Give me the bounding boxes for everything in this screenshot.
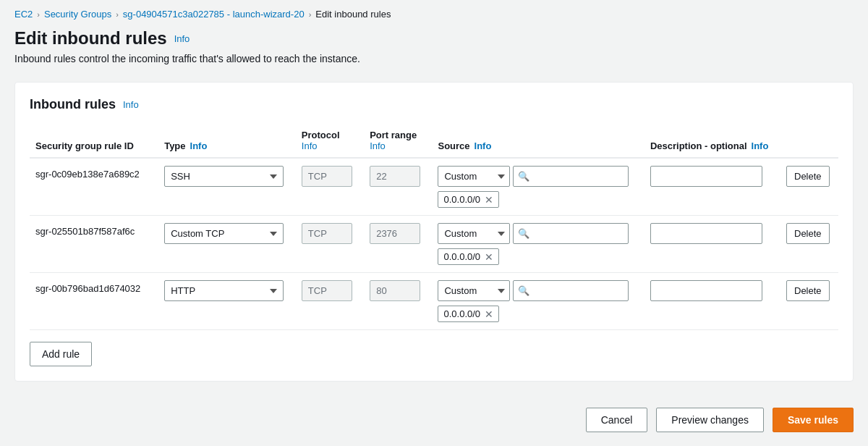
card-info-link[interactable]: Info: [123, 99, 139, 110]
breadcrumb-security-groups[interactable]: Security Groups: [44, 9, 111, 20]
delete-cell: Delete: [780, 273, 838, 330]
page-info-link[interactable]: Info: [174, 33, 190, 44]
type-select-1[interactable]: Custom TCP SSH Custom TCP HTTP HTTPS All…: [164, 223, 284, 244]
source-search-wrap: 🔍: [513, 223, 629, 244]
breadcrumb-sg[interactable]: sg-04904571c3a022785 - launch-wizard-20: [123, 9, 305, 20]
col-header-protocol: Protocol Info: [296, 124, 364, 158]
breadcrumb-sep-1: ›: [37, 10, 40, 19]
footer-actions: Cancel Preview changes Save rules: [0, 396, 868, 444]
cancel-button[interactable]: Cancel: [586, 408, 648, 432]
delete-cell: Delete: [780, 158, 838, 216]
source-info-link[interactable]: Info: [475, 140, 492, 151]
description-cell: [644, 216, 780, 273]
cidr-value-0: 0.0.0.0/0: [443, 194, 480, 205]
cidr-value-2: 0.0.0.0/0: [443, 308, 480, 319]
table-header-row: Security group rule ID Type Info Protoco…: [30, 124, 838, 158]
port-range-cell: [364, 273, 432, 330]
protocol-cell: [296, 273, 364, 330]
protocol-input-2: [302, 280, 352, 301]
source-row: Custom Anywhere-IPv4 Anywhere-IPv6 My IP…: [438, 280, 638, 301]
source-search-input-1[interactable]: [513, 223, 629, 244]
cidr-remove-button-1[interactable]: ✕: [483, 252, 493, 262]
breadcrumb-sep-3: ›: [309, 10, 312, 19]
source-search-wrap: 🔍: [513, 166, 629, 187]
type-select-0[interactable]: SSH SSH Custom TCP HTTP HTTPS All traffi…: [164, 166, 284, 187]
page-title: Edit inbound rules: [14, 28, 167, 49]
breadcrumb-sep-2: ›: [116, 10, 119, 19]
breadcrumb-ec2[interactable]: EC2: [14, 9, 33, 20]
type-cell: HTTP SSH Custom TCP HTTP HTTPS All traff…: [158, 273, 296, 330]
type-cell: SSH SSH Custom TCP HTTP HTTPS All traffi…: [158, 158, 296, 216]
protocol-cell: [296, 158, 364, 216]
source-cell: Custom Anywhere-IPv4 Anywhere-IPv6 My IP…: [432, 216, 644, 273]
port-range-input-2: [370, 280, 420, 301]
type-select-2[interactable]: HTTP SSH Custom TCP HTTP HTTPS All traff…: [164, 280, 284, 301]
cidr-value-1: 0.0.0.0/0: [443, 251, 480, 262]
description-input-0[interactable]: [650, 166, 762, 187]
source-row: Custom Anywhere-IPv4 Anywhere-IPv6 My IP…: [438, 166, 638, 187]
rule-id-cell: sgr-025501b87f587af6c: [30, 216, 158, 273]
description-cell: [644, 158, 780, 216]
source-select-0[interactable]: Custom Anywhere-IPv4 Anywhere-IPv6 My IP: [438, 166, 510, 187]
cidr-remove-button-0[interactable]: ✕: [483, 195, 493, 205]
inbound-rules-card: Inbound rules Info Security group rule I…: [14, 82, 854, 382]
save-rules-button[interactable]: Save rules: [773, 408, 854, 432]
port-range-info-link[interactable]: Info: [370, 140, 386, 151]
preview-changes-button[interactable]: Preview changes: [656, 408, 764, 432]
rule-id-cell: sgr-00b796bad1d674032: [30, 273, 158, 330]
description-cell: [644, 273, 780, 330]
table-row: sgr-025501b87f587af6c Custom TCP SSH Cus…: [30, 216, 838, 273]
breadcrumb: EC2 › Security Groups › sg-04904571c3a02…: [0, 0, 868, 25]
type-cell: Custom TCP SSH Custom TCP HTTP HTTPS All…: [158, 216, 296, 273]
col-header-source: Source Info: [432, 124, 644, 158]
add-rule-button[interactable]: Add rule: [30, 342, 92, 366]
source-search-input-2[interactable]: [513, 280, 629, 301]
port-range-cell: [364, 216, 432, 273]
source-cell: Custom Anywhere-IPv4 Anywhere-IPv6 My IP…: [432, 158, 644, 216]
description-input-2[interactable]: [650, 280, 762, 301]
card-header: Inbound rules Info: [30, 97, 838, 112]
protocol-cell: [296, 216, 364, 273]
rule-id-cell: sgr-0c09eb138e7a689c2: [30, 158, 158, 216]
breadcrumb-current: Edit inbound rules: [315, 9, 391, 20]
cidr-remove-button-2[interactable]: ✕: [483, 309, 493, 319]
cidr-tag-2: 0.0.0.0/0 ✕: [438, 306, 499, 322]
col-header-port-range: Port range Info: [364, 124, 432, 158]
port-range-cell: [364, 158, 432, 216]
port-range-input-1: [370, 223, 420, 244]
col-header-rule-id: Security group rule ID: [30, 124, 158, 158]
protocol-input-0: [302, 166, 352, 187]
delete-button-2[interactable]: Delete: [786, 280, 830, 301]
delete-cell: Delete: [780, 216, 838, 273]
rules-table: Security group rule ID Type Info Protoco…: [30, 124, 838, 330]
card-title: Inbound rules: [30, 97, 116, 112]
port-range-input-0: [370, 166, 420, 187]
table-row: sgr-0c09eb138e7a689c2 SSH SSH Custom TCP…: [30, 158, 838, 216]
source-cell: Custom Anywhere-IPv4 Anywhere-IPv6 My IP…: [432, 273, 644, 330]
description-input-1[interactable]: [650, 223, 762, 244]
source-search-wrap: 🔍: [513, 280, 629, 301]
cidr-tag-0: 0.0.0.0/0 ✕: [438, 191, 499, 208]
protocol-input-1: [302, 223, 352, 244]
col-header-delete: [780, 124, 838, 158]
page-header: Edit inbound rules Info Inbound rules co…: [0, 25, 868, 82]
delete-button-0[interactable]: Delete: [786, 166, 830, 187]
page-subtitle: Inbound rules control the incoming traff…: [14, 53, 854, 64]
cidr-tag-1: 0.0.0.0/0 ✕: [438, 248, 499, 265]
delete-button-1[interactable]: Delete: [786, 223, 830, 244]
protocol-info-link[interactable]: Info: [302, 140, 318, 151]
source-search-input-0[interactable]: [513, 166, 629, 187]
source-row: Custom Anywhere-IPv4 Anywhere-IPv6 My IP…: [438, 223, 638, 244]
table-row: sgr-00b796bad1d674032 HTTP SSH Custom TC…: [30, 273, 838, 330]
source-select-2[interactable]: Custom Anywhere-IPv4 Anywhere-IPv6 My IP: [438, 280, 510, 301]
source-select-1[interactable]: Custom Anywhere-IPv4 Anywhere-IPv6 My IP: [438, 223, 510, 244]
desc-info-link[interactable]: Info: [752, 140, 769, 151]
type-info-link[interactable]: Info: [190, 140, 208, 151]
col-header-type: Type Info: [158, 124, 296, 158]
col-header-description: Description - optional Info: [644, 124, 780, 158]
